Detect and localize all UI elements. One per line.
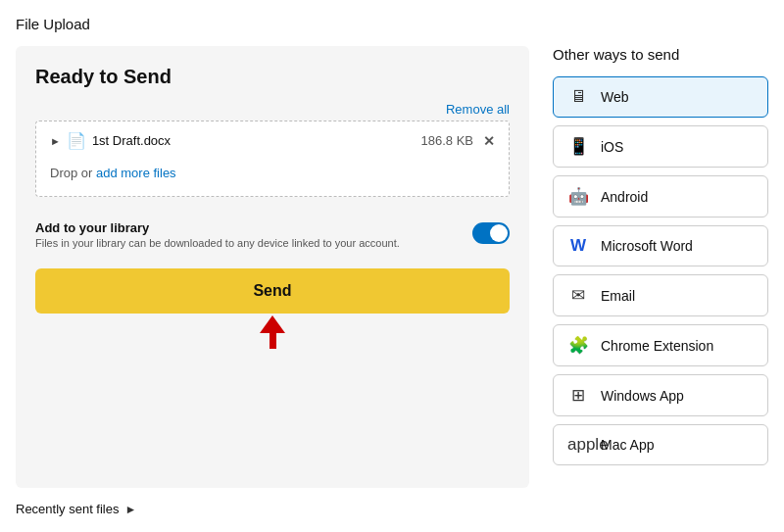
send-option-chrome-label: Chrome Extension bbox=[601, 338, 713, 354]
email-icon: ✉ bbox=[567, 285, 589, 306]
send-option-email-label: Email bbox=[601, 288, 635, 304]
arrow-head bbox=[260, 315, 285, 333]
file-name: 1st Draft.docx bbox=[92, 133, 171, 148]
send-option-chrome[interactable]: 🧩Chrome Extension bbox=[553, 324, 768, 366]
windows-icon: ⊞ bbox=[567, 385, 589, 406]
send-options-list: 🖥Web📱iOS🤖AndroidWMicrosoft Word✉Email🧩Ch… bbox=[553, 76, 768, 473]
file-right: 186.8 KB ✕ bbox=[421, 133, 496, 149]
send-arrow-indicator bbox=[35, 315, 510, 349]
send-option-android[interactable]: 🤖Android bbox=[553, 175, 768, 218]
library-row: Add to your library Files in your librar… bbox=[35, 220, 510, 249]
library-toggle[interactable] bbox=[472, 222, 510, 244]
puzzle-icon: 🧩 bbox=[567, 335, 589, 356]
send-option-windows[interactable]: ⊞Windows App bbox=[553, 374, 768, 416]
mobile-icon: 📱 bbox=[567, 136, 589, 157]
send-option-email[interactable]: ✉Email bbox=[553, 274, 768, 316]
send-option-ios[interactable]: 📱iOS bbox=[553, 125, 768, 168]
drop-more-area: Drop or add more files bbox=[50, 160, 495, 186]
drop-text: Drop or bbox=[50, 166, 96, 180]
chevron-right-icon[interactable]: ► bbox=[50, 135, 61, 147]
remove-all-button[interactable]: Remove all bbox=[446, 102, 510, 117]
toggle-knob bbox=[490, 224, 508, 242]
left-panel: Ready to Send Remove all ► 📄 1st Draft.d… bbox=[16, 46, 529, 516]
send-option-word-label: Microsoft Word bbox=[601, 238, 693, 254]
file-size: 186.8 KB bbox=[421, 133, 474, 148]
main-layout: Ready to Send Remove all ► 📄 1st Draft.d… bbox=[16, 46, 768, 516]
file-icon: 📄 bbox=[67, 131, 86, 150]
library-info: Add to your library Files in your librar… bbox=[35, 220, 400, 249]
ready-title: Ready to Send bbox=[35, 66, 510, 88]
send-option-web[interactable]: 🖥Web bbox=[553, 76, 768, 118]
library-label: Add to your library bbox=[35, 220, 400, 235]
add-more-files-link[interactable]: add more files bbox=[96, 166, 176, 180]
send-option-ios-label: iOS bbox=[601, 139, 623, 155]
word-icon: W bbox=[567, 236, 589, 256]
recently-sent-label: Recently sent files bbox=[16, 502, 120, 516]
send-option-mac[interactable]: appleMac App bbox=[553, 424, 768, 465]
file-drop-area: ► 📄 1st Draft.docx 186.8 KB ✕ Drop or ad… bbox=[35, 121, 510, 197]
file-close-button[interactable]: ✕ bbox=[483, 133, 495, 149]
library-desc: Files in your library can be downloaded … bbox=[35, 237, 400, 249]
monitor-icon: 🖥 bbox=[567, 87, 589, 107]
send-option-mac-label: Mac App bbox=[601, 437, 654, 453]
file-left: ► 📄 1st Draft.docx bbox=[50, 131, 171, 150]
file-row: ► 📄 1st Draft.docx 186.8 KB ✕ bbox=[50, 131, 495, 150]
recently-sent-section[interactable]: Recently sent files ► bbox=[16, 502, 529, 516]
send-button[interactable]: Send bbox=[35, 268, 510, 314]
android-icon: 🤖 bbox=[567, 186, 589, 207]
recently-sent-chevron-icon: ► bbox=[125, 503, 137, 516]
right-panel: Other ways to send 🖥Web📱iOS🤖AndroidWMicr… bbox=[553, 46, 768, 516]
other-ways-title: Other ways to send bbox=[553, 46, 768, 63]
send-option-word[interactable]: WMicrosoft Word bbox=[553, 225, 768, 266]
send-option-android-label: Android bbox=[601, 189, 648, 205]
page-title: File Upload bbox=[16, 16, 768, 32]
arrow-shaft bbox=[270, 333, 276, 349]
remove-all-row: Remove all bbox=[35, 102, 510, 117]
send-option-web-label: Web bbox=[601, 89, 629, 105]
send-option-windows-label: Windows App bbox=[601, 388, 684, 404]
apple-icon: apple bbox=[567, 435, 589, 455]
upload-box: Ready to Send Remove all ► 📄 1st Draft.d… bbox=[16, 46, 529, 488]
